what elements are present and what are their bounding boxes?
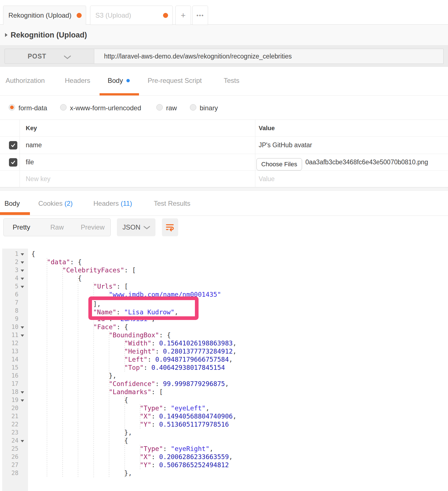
view-raw-button[interactable]: Raw: [39, 219, 75, 236]
section-divider: [0, 187, 448, 191]
tab-response-cookies[interactable]: Cookies (2): [38, 200, 73, 207]
radio-form-data[interactable]: [9, 104, 15, 111]
radio-label[interactable]: form-data: [18, 104, 47, 112]
key-header: Key: [26, 125, 37, 132]
format-select[interactable]: JSON: [117, 218, 155, 236]
new-tab-button[interactable]: +: [175, 6, 191, 25]
line-number: 14: [2, 356, 18, 364]
new-value-input[interactable]: Value: [259, 175, 275, 183]
file-name-text: 0aa3afb3cbe3468fc6e43e50070b0810.png: [305, 158, 428, 166]
method-select[interactable]: POST: [4, 49, 94, 64]
key-cell[interactable]: file: [26, 158, 34, 166]
url-bar: POST http://laravel-aws-demo.dev/aws/rek…: [0, 45, 448, 67]
fold-arrow-icon[interactable]: [21, 270, 24, 272]
tab-test-results[interactable]: Test Results: [154, 200, 190, 207]
code-line-18: 18 "Landmarks": [: [0, 388, 448, 396]
radio-binary[interactable]: [190, 104, 196, 111]
radio-label[interactable]: x-www-form-urlencoded: [70, 104, 141, 112]
url-input[interactable]: http://laravel-aws-demo.dev/aws/rekognit…: [94, 49, 444, 64]
line-number: 1: [2, 250, 18, 258]
line-number: 2: [2, 258, 18, 266]
code-line-17: 17 "Confidence": 99.9998779296875,: [0, 380, 448, 388]
value-cell[interactable]: JP's GitHub avatar: [259, 141, 312, 149]
unsaved-dot-icon: [163, 13, 168, 18]
wrap-text-button[interactable]: [162, 218, 178, 236]
code-text: "Left": 0.09487179666757584,: [31, 356, 233, 364]
code-text: "Type": "eyeLeft",: [31, 404, 209, 412]
line-number: 23: [2, 429, 18, 437]
choose-files-button[interactable]: Choose Files: [256, 158, 302, 170]
indent-guide: [62, 266, 63, 477]
tab-tests[interactable]: Tests: [224, 77, 239, 85]
code-line-11: 11 "BoundingBox": {: [0, 331, 448, 339]
tab-label: S3 (Upload): [90, 11, 131, 19]
key-cell[interactable]: name: [26, 141, 42, 149]
response-tabs: Body Cookies (2) Headers (11) Test Resul…: [0, 191, 448, 216]
line-number: 8: [2, 307, 18, 315]
tab-headers[interactable]: Headers: [65, 77, 90, 85]
tab-pre-request-script[interactable]: Pre-request Script: [148, 77, 202, 85]
cookies-count: (2): [64, 200, 72, 207]
form-data-table: Key Value name JP's GitHub avatar file C…: [0, 120, 448, 187]
tab-s3-upload[interactable]: S3 (Upload): [90, 6, 173, 25]
radio-raw[interactable]: [156, 104, 163, 111]
tab-body[interactable]: Body: [108, 77, 123, 85]
request-title-bar: Rekognition (Upload): [0, 25, 448, 45]
view-preview-button[interactable]: Preview: [75, 219, 110, 236]
row-checkbox[interactable]: [9, 158, 17, 167]
fold-arrow-icon[interactable]: [21, 278, 24, 280]
code-line-5: 5 "Urls": [: [0, 282, 448, 291]
check-icon: [11, 143, 16, 148]
line-number: 10: [2, 323, 18, 331]
collapse-caret-icon[interactable]: [5, 33, 8, 37]
body-edited-dot-icon: [126, 79, 130, 82]
table-header-row: Key Value: [0, 120, 448, 137]
fold-arrow-icon[interactable]: [21, 391, 24, 394]
fold-arrow-icon[interactable]: [21, 440, 24, 442]
line-number: 3: [2, 266, 18, 274]
line-number: 19: [2, 396, 18, 404]
tab-rekognition-upload[interactable]: Rekognition (Upload): [3, 6, 86, 25]
line-number: 4: [2, 274, 18, 282]
line-number: 25: [2, 445, 18, 453]
active-tab-underline: [0, 212, 30, 215]
tab-response-body[interactable]: Body: [4, 200, 20, 207]
radio-label[interactable]: raw: [166, 104, 177, 112]
fold-arrow-icon[interactable]: [21, 286, 24, 288]
indent-guide: [140, 404, 140, 429]
line-number: 20: [2, 404, 18, 412]
code-line-21: 21 "X": 0.14940568804740906,: [0, 412, 448, 420]
ellipsis-icon: •••: [196, 13, 204, 18]
code-line-22: 22 "Y": 0.5136051177978516: [0, 420, 448, 429]
window-tab-bar: Rekognition (Upload) S3 (Upload) + •••: [0, 0, 448, 25]
tab-response-headers[interactable]: Headers (11): [93, 200, 132, 207]
indent-guide: [124, 396, 125, 477]
line-number: 11: [2, 331, 18, 339]
fold-arrow-icon[interactable]: [21, 261, 24, 264]
code-text: "Landmarks": [: [31, 388, 163, 396]
tab-authorization[interactable]: Authorization: [6, 77, 45, 85]
fold-arrow-icon[interactable]: [21, 399, 24, 402]
fold-arrow-icon[interactable]: [21, 326, 24, 329]
fold-arrow-icon[interactable]: [21, 253, 24, 256]
line-number: 24: [2, 437, 18, 445]
code-text: },: [31, 469, 132, 477]
code-line-10: 10 "Face": {: [0, 323, 448, 331]
radio-x-www-form-urlencoded[interactable]: [60, 104, 67, 111]
fold-arrow-icon[interactable]: [21, 335, 24, 337]
line-number: 16: [2, 372, 18, 380]
code-line-16: 16 },: [0, 372, 448, 380]
code-line-19: 19 {: [0, 396, 448, 404]
more-tabs-button[interactable]: •••: [192, 6, 208, 25]
view-pretty-button[interactable]: Pretty: [4, 219, 39, 236]
indent-guide: [47, 258, 47, 477]
line-number: 17: [2, 380, 18, 388]
radio-label[interactable]: binary: [200, 104, 218, 112]
row-checkbox[interactable]: [9, 141, 17, 149]
code-lines: 1{2 "data": {3 "CelebrityFaces": [4 {5 "…: [0, 250, 448, 477]
code-line-12: 12 "Width": 0.15641026198863983,: [0, 339, 448, 347]
code-line-8: 8 "Name": "Lisa Kudrow",: [0, 307, 448, 315]
code-line-27: 27 "Y": 0.5067865252494812: [0, 461, 448, 469]
line-number: 21: [2, 412, 18, 420]
new-key-input[interactable]: New key: [26, 175, 50, 183]
